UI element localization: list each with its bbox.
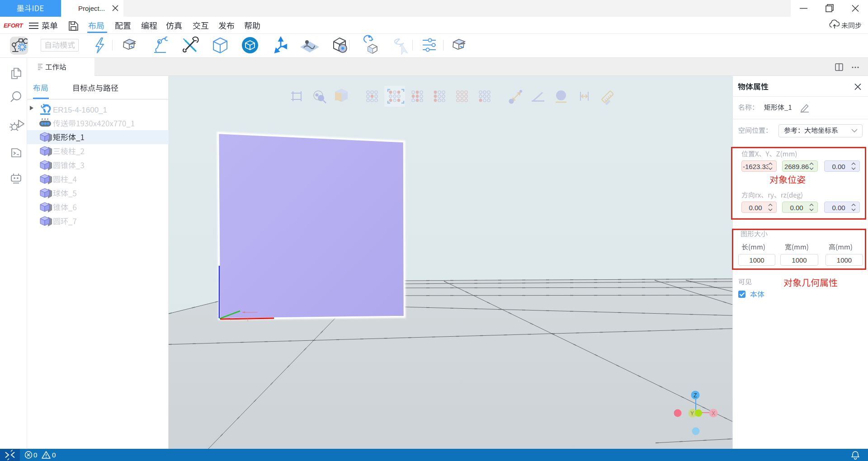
svg-text:X: X	[712, 410, 715, 417]
svg-text:Z: Z	[693, 392, 697, 399]
svg-text:Y: Y	[690, 410, 694, 417]
